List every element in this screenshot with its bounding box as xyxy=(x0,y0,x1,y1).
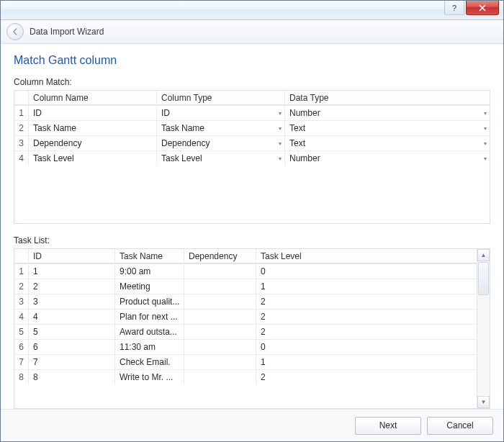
column-match-header-type: Column Type xyxy=(157,91,285,105)
back-button[interactable] xyxy=(6,23,24,40)
chevron-down-icon: ▾ xyxy=(279,125,282,132)
wizard-window: ? Data Import Wizard Match Gantt column … xyxy=(0,0,504,442)
column-type-select[interactable]: Task Level▾ xyxy=(157,151,285,166)
task-name-cell: Write to Mr. ... xyxy=(115,370,184,384)
column-type-select[interactable]: Task Name▾ xyxy=(157,121,285,135)
column-name-cell[interactable]: Task Name xyxy=(29,121,157,135)
chevron-down-icon: ▾ xyxy=(484,140,487,147)
column-match-row[interactable]: 2Task NameTask Name▾Text▾ xyxy=(14,121,490,136)
task-list-table: ID Task Name Dependency Task Level 119:0… xyxy=(14,248,490,409)
row-index: 8 xyxy=(14,370,29,384)
wizard-header: Data Import Wizard xyxy=(1,20,503,44)
column-match-table: Column Name Column Type Data Type 1IDID▾… xyxy=(14,90,490,224)
task-list-row[interactable]: 44Plan for next ...2 xyxy=(14,310,477,325)
task-dependency-cell xyxy=(184,264,256,279)
wizard-title: Data Import Wizard xyxy=(30,27,104,37)
task-list-row[interactable]: 33Product qualit...2 xyxy=(14,294,477,310)
task-list-label: Task List: xyxy=(14,235,490,245)
task-name-cell: Meeting xyxy=(115,279,184,294)
row-index: 4 xyxy=(14,310,29,324)
data-type-select[interactable]: Number▾ xyxy=(285,151,490,166)
task-level-cell: 2 xyxy=(256,310,477,324)
task-list-header-row: ID Task Name Dependency Task Level xyxy=(14,249,477,264)
wizard-content: Match Gantt column Column Match: Column … xyxy=(1,44,503,409)
task-list-header-id: ID xyxy=(29,249,115,263)
task-list-header-name: Task Name xyxy=(115,249,184,263)
help-button[interactable]: ? xyxy=(444,1,464,15)
row-index: 4 xyxy=(14,151,29,166)
column-type-select[interactable]: Dependency▾ xyxy=(157,136,285,150)
row-index: 1 xyxy=(14,106,29,120)
row-index: 2 xyxy=(14,121,29,135)
task-name-cell: Product qualit... xyxy=(115,294,184,309)
titlebar: ? xyxy=(1,1,503,20)
cancel-button[interactable]: Cancel xyxy=(427,417,493,435)
task-list-row[interactable]: 119:00 am0 xyxy=(14,264,477,279)
task-level-cell: 1 xyxy=(256,279,477,294)
column-match-row[interactable]: 4Task LevelTask Level▾Number▾ xyxy=(14,151,490,166)
scroll-up-button[interactable]: ▲ xyxy=(477,249,490,261)
task-name-cell: Check Email. xyxy=(115,355,184,369)
column-match-row[interactable]: 1IDID▾Number▾ xyxy=(14,106,490,121)
chevron-down-icon: ▾ xyxy=(484,125,487,132)
column-match-header-row: Column Name Column Type Data Type xyxy=(14,91,490,106)
arrow-left-icon xyxy=(12,28,19,35)
task-dependency-cell xyxy=(184,294,256,309)
task-dependency-cell xyxy=(184,355,256,369)
column-match-row[interactable]: 3DependencyDependency▾Text▾ xyxy=(14,136,490,151)
chevron-down-icon: ▾ xyxy=(279,155,282,162)
row-index: 3 xyxy=(14,294,29,309)
column-match-header-name: Column Name xyxy=(29,91,157,105)
task-id-cell: 6 xyxy=(29,340,115,354)
task-dependency-cell xyxy=(184,370,256,384)
column-match-header-data: Data Type xyxy=(285,91,490,105)
column-type-select[interactable]: ID▾ xyxy=(157,106,285,120)
row-index: 6 xyxy=(14,340,29,354)
chevron-down-icon: ▾ xyxy=(484,155,487,162)
task-list-row[interactable]: 88Write to Mr. ...2 xyxy=(14,370,477,384)
task-id-cell: 1 xyxy=(29,264,115,279)
task-list-row[interactable]: 55Award outsta...2 xyxy=(14,325,477,340)
task-level-cell: 2 xyxy=(256,370,477,384)
row-index: 5 xyxy=(14,325,29,339)
task-level-cell: 2 xyxy=(256,325,477,339)
caret-up-icon: ▲ xyxy=(481,252,487,258)
column-match-label: Column Match: xyxy=(14,77,490,87)
scroll-down-button[interactable]: ▼ xyxy=(477,396,490,408)
task-list-row[interactable]: 77Check Email.1 xyxy=(14,355,477,370)
chevron-down-icon: ▾ xyxy=(484,110,487,117)
data-type-select[interactable]: Number▾ xyxy=(285,106,490,120)
help-icon: ? xyxy=(452,4,456,12)
next-button[interactable]: Next xyxy=(355,417,421,435)
task-list-scrollbar[interactable]: ▲ ▼ xyxy=(477,249,490,408)
column-name-cell[interactable]: Dependency xyxy=(29,136,157,150)
column-name-cell[interactable]: ID xyxy=(29,106,157,120)
task-dependency-cell xyxy=(184,325,256,339)
task-level-cell: 0 xyxy=(256,340,477,354)
task-dependency-cell xyxy=(184,279,256,294)
row-index: 2 xyxy=(14,279,29,294)
task-list-row[interactable]: 22Meeting1 xyxy=(14,279,477,294)
row-index: 1 xyxy=(14,264,29,279)
data-type-select[interactable]: Text▾ xyxy=(285,136,490,150)
scroll-thumb[interactable] xyxy=(478,262,489,295)
chevron-down-icon: ▾ xyxy=(279,140,282,147)
task-list-section: Task List: ID Task Name Dependency Task … xyxy=(14,235,490,409)
task-name-cell: 9:00 am xyxy=(115,264,184,279)
task-level-cell: 0 xyxy=(256,264,477,279)
page-title: Match Gantt column xyxy=(14,54,490,67)
close-button[interactable] xyxy=(466,1,499,15)
task-name-cell: Plan for next ... xyxy=(115,310,184,324)
column-match-header-index xyxy=(14,91,29,105)
column-name-cell[interactable]: Task Level xyxy=(29,151,157,166)
task-id-cell: 5 xyxy=(29,325,115,339)
wizard-footer: Next Cancel xyxy=(1,409,503,441)
cancel-button-label: Cancel xyxy=(446,420,473,430)
task-level-cell: 1 xyxy=(256,355,477,369)
task-name-cell: Award outsta... xyxy=(115,325,184,339)
task-list-row[interactable]: 6611:30 am0 xyxy=(14,340,477,355)
task-id-cell: 7 xyxy=(29,355,115,369)
data-type-select[interactable]: Text▾ xyxy=(285,121,490,135)
task-dependency-cell xyxy=(184,310,256,324)
task-list-header-level: Task Level xyxy=(256,249,477,263)
